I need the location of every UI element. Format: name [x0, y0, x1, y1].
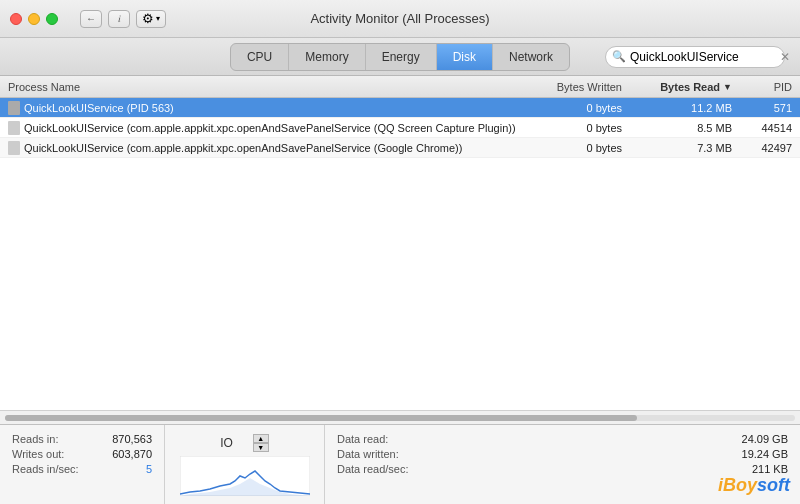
step-down-button[interactable]: ▼ [253, 443, 269, 452]
th-pid[interactable]: PID [740, 81, 800, 93]
tab-memory[interactable]: Memory [289, 44, 365, 70]
minimize-button[interactable] [28, 13, 40, 25]
table-row[interactable]: QuickLookUIService (com.apple.appkit.xpc… [0, 118, 800, 138]
data-read-label: Data read: [337, 433, 388, 445]
maximize-button[interactable] [46, 13, 58, 25]
search-input[interactable] [630, 50, 780, 64]
data-read-row: Data read: 24.09 GB [337, 433, 788, 445]
toolbar: CPU Memory Energy Disk Network 🔍 ✕ [0, 38, 800, 76]
process-icon [8, 121, 20, 135]
stats-right: Data read: 24.09 GB Data written: 19.24 … [325, 425, 800, 504]
process-name-cell: QuickLookUIService (com.apple.appkit.xpc… [0, 121, 520, 135]
titlebar: ← 𝑖 ⚙ ▾ Activity Monitor (All Processes) [0, 0, 800, 38]
bottom-bar: Reads in: 870,563 Writes out: 603,870 Re… [0, 424, 800, 504]
search-icon: 🔍 [612, 50, 626, 63]
tab-disk[interactable]: Disk [437, 44, 493, 70]
info-button[interactable]: 𝑖 [108, 10, 130, 28]
reads-per-sec-row: Reads in/sec: 5 [12, 463, 152, 475]
horizontal-scrollbar[interactable] [0, 410, 800, 424]
bytes-written-cell: 0 bytes [520, 122, 630, 134]
chart-controls: IO ▲ ▼ [220, 434, 269, 452]
tab-network[interactable]: Network [493, 44, 569, 70]
gear-button[interactable]: ⚙ ▾ [136, 10, 166, 28]
search-clear-button[interactable]: ✕ [780, 50, 790, 64]
table-header: Process Name Bytes Written Bytes Read ▼ … [0, 76, 800, 98]
pid-cell: 571 [740, 102, 800, 114]
watermark-text1: iBoy [718, 475, 757, 495]
chart-title: IO [220, 436, 233, 450]
tab-energy[interactable]: Energy [366, 44, 437, 70]
data-written-row: Data written: 19.24 GB [337, 448, 788, 460]
io-chart [180, 456, 310, 496]
step-up-button[interactable]: ▲ [253, 434, 269, 443]
writes-out-label: Writes out: [12, 448, 64, 460]
back-button[interactable]: ← [80, 10, 102, 28]
table-row[interactable]: QuickLookUIService (PID 563) 0 bytes 11.… [0, 98, 800, 118]
bytes-read-cell: 8.5 MB [630, 122, 740, 134]
window-controls [10, 13, 58, 25]
watermark: iBoysoft [718, 475, 790, 496]
scrollbar-track [5, 415, 795, 421]
io-chart-area: IO ▲ ▼ [165, 425, 325, 504]
writes-out-value: 603,870 [112, 448, 152, 460]
reads-in-row: Reads in: 870,563 [12, 433, 152, 445]
close-button[interactable] [10, 13, 22, 25]
process-name-cell: QuickLookUIService (com.apple.appkit.xpc… [0, 141, 520, 155]
scrollbar-thumb[interactable] [5, 415, 637, 421]
gear-dropdown-icon: ▾ [156, 14, 160, 23]
table-body: QuickLookUIService (PID 563) 0 bytes 11.… [0, 98, 800, 410]
data-written-value: 19.24 GB [742, 448, 788, 460]
writes-out-row: Writes out: 603,870 [12, 448, 152, 460]
search-box[interactable]: 🔍 ✕ [605, 46, 785, 68]
table-row[interactable]: QuickLookUIService (com.apple.appkit.xpc… [0, 138, 800, 158]
th-bytes-read[interactable]: Bytes Read ▼ [630, 81, 740, 93]
process-icon [8, 141, 20, 155]
th-bytes-written[interactable]: Bytes Written [520, 81, 630, 93]
process-name-cell: QuickLookUIService (PID 563) [0, 101, 520, 115]
sort-arrow-icon: ▼ [723, 82, 732, 92]
gear-icon: ⚙ [142, 11, 154, 26]
process-icon [8, 101, 20, 115]
titlebar-left-controls: ← 𝑖 ⚙ ▾ [80, 10, 166, 28]
reads-per-sec-value: 5 [146, 463, 152, 475]
bytes-read-cell: 11.2 MB [630, 102, 740, 114]
data-written-label: Data written: [337, 448, 399, 460]
bytes-written-cell: 0 bytes [520, 142, 630, 154]
data-read-per-sec-label: Data read/sec: [337, 463, 409, 475]
bytes-read-cell: 7.3 MB [630, 142, 740, 154]
reads-in-label: Reads in: [12, 433, 58, 445]
reads-per-sec-label: Reads in/sec: [12, 463, 79, 475]
tab-cpu[interactable]: CPU [231, 44, 289, 70]
chart-stepper[interactable]: ▲ ▼ [253, 434, 269, 452]
data-read-per-sec-row: Data read/sec: 211 KB [337, 463, 788, 475]
pid-cell: 42497 [740, 142, 800, 154]
bytes-written-cell: 0 bytes [520, 102, 630, 114]
pid-cell: 44514 [740, 122, 800, 134]
watermark-text2: soft [757, 475, 790, 495]
data-read-value: 24.09 GB [742, 433, 788, 445]
data-read-per-sec-value: 211 KB [752, 463, 788, 475]
tab-group: CPU Memory Energy Disk Network [230, 43, 570, 71]
stats-left: Reads in: 870,563 Writes out: 603,870 Re… [0, 425, 165, 504]
th-process-name[interactable]: Process Name [0, 81, 520, 93]
reads-in-value: 870,563 [112, 433, 152, 445]
window-title: Activity Monitor (All Processes) [310, 11, 489, 26]
